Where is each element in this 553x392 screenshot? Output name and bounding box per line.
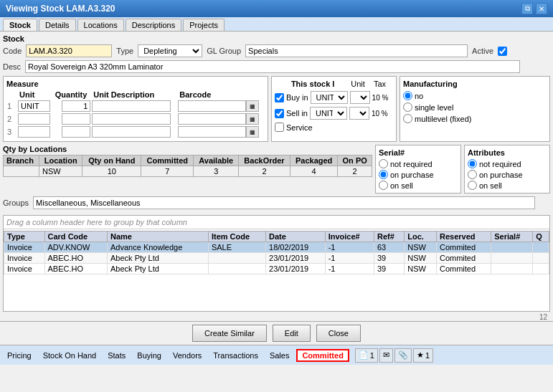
branch-col: Branch — [4, 156, 39, 166]
type-select[interactable]: Depleting — [138, 44, 202, 57]
tab-stock[interactable]: Stock — [3, 19, 37, 31]
barcode-input-2[interactable] — [178, 113, 246, 125]
edit-button[interactable]: Edit — [273, 325, 311, 342]
groups-label: Groups — [3, 199, 29, 207]
close-button-main[interactable]: Close — [316, 325, 361, 342]
tab-details[interactable]: Details — [39, 19, 76, 31]
create-similar-button[interactable]: Create Similar — [192, 325, 267, 342]
backorder-col: BackOrder — [239, 156, 290, 166]
desc-label: Desc — [3, 62, 21, 71]
committed-col: Committed — [141, 156, 194, 166]
unit-desc-input-2[interactable] — [92, 113, 171, 125]
stock-code-input[interactable] — [26, 44, 112, 57]
close-button[interactable]: ✕ — [536, 3, 547, 14]
trans-loc-3: NSW — [405, 264, 437, 274]
unit-desc-input-3[interactable] — [92, 126, 171, 138]
trans-date-2: 23/01/2019 — [266, 253, 326, 264]
serial-panel: Serial# not required on purchase on sell — [375, 145, 461, 193]
restore-button[interactable]: ⧉ — [521, 3, 533, 14]
desc-input[interactable] — [25, 60, 520, 73]
active-checkbox[interactable] — [498, 47, 507, 56]
tab-transactions[interactable]: Transactions — [209, 350, 263, 360]
service-checkbox[interactable] — [275, 123, 284, 132]
mfg-single-radio[interactable] — [403, 102, 412, 112]
serial-on-sell-label: on sell — [390, 181, 413, 190]
trans-type-1: Invoice — [4, 242, 45, 253]
barcode-input-1[interactable] — [178, 100, 246, 112]
attr-not-required-radio[interactable] — [468, 159, 477, 168]
bottom-tabs: Pricing Stock On Hand Stats Buying Vendo… — [0, 345, 553, 365]
packaged-col: Packaged — [290, 156, 337, 166]
serial-not-required-label: not required — [390, 160, 433, 168]
serial-col-header: Serial# — [491, 231, 533, 242]
on-po-col: On PO — [338, 156, 372, 166]
item-code-col-header: Item Code — [208, 231, 265, 242]
serial-on-sell-radio[interactable] — [379, 181, 388, 190]
page-icon-btn[interactable]: 📄 1 — [355, 348, 378, 363]
tab-locations[interactable]: Locations — [77, 19, 124, 31]
mfg-no-radio[interactable] — [403, 91, 412, 100]
trans-card-3: ABEC.HO — [44, 264, 108, 274]
trans-card-2: ABEC.HO — [44, 253, 108, 264]
sell-in-tax-select[interactable]: G — [349, 107, 369, 120]
unit-input-3[interactable] — [18, 126, 50, 138]
bottom-icons: 📄 1 ✉ 📎 ★ 1 — [355, 348, 433, 363]
mail-icon-btn[interactable]: ✉ — [379, 348, 393, 363]
trans-reserved-2: Commited — [436, 253, 491, 264]
tab-pricing[interactable]: Pricing — [3, 350, 36, 360]
trans-ref-2: 39 — [374, 253, 404, 264]
buy-in-tax-select[interactable]: G — [350, 91, 370, 104]
trans-row-3[interactable]: Invoice ABEC.HO Abeck Pty Ltd 23/01/2019… — [4, 264, 549, 274]
trans-date-3: 23/01/2019 — [266, 264, 326, 274]
tab-vendors[interactable]: Vendors — [169, 350, 206, 360]
tab-stock-on-hand[interactable]: Stock On Hand — [39, 350, 101, 360]
serial-on-sell-row: on sell — [379, 181, 458, 190]
unit-input-1[interactable] — [18, 100, 50, 112]
gl-group-label: GL Group — [207, 47, 241, 55]
qty-input-3[interactable] — [62, 126, 90, 138]
serial-not-required-radio[interactable] — [379, 159, 388, 168]
groups-input[interactable] — [33, 196, 535, 209]
tab-stats[interactable]: Stats — [103, 350, 130, 360]
sell-in-label: Sell in — [286, 109, 308, 118]
barcode-btn-3[interactable]: ▦ — [246, 126, 259, 138]
qty-input-2[interactable] — [62, 113, 90, 125]
page-count: 12 — [0, 313, 553, 321]
trans-ref-3: 39 — [374, 264, 404, 274]
barcode-input-3[interactable] — [178, 126, 246, 138]
tab-descriptions[interactable]: Descriptions — [126, 19, 182, 31]
serial-on-purchase-radio[interactable] — [379, 170, 388, 179]
unit-input-2[interactable] — [18, 113, 50, 125]
unit-desc-input-1[interactable] — [92, 100, 171, 112]
tab-sales[interactable]: Sales — [265, 350, 294, 360]
attr-on-sell-radio[interactable] — [468, 181, 477, 190]
serial-on-purchase-row: on purchase — [379, 170, 458, 179]
card-code-col-header: Card Code — [44, 231, 108, 242]
attr-on-sell-label: on sell — [479, 181, 502, 190]
gl-group-input[interactable] — [245, 44, 468, 57]
attachment-icon-btn[interactable]: 📎 — [394, 348, 412, 363]
mfg-multilevel-radio[interactable] — [403, 114, 412, 123]
attr-on-purchase-radio[interactable] — [468, 170, 477, 179]
branch-cell-1 — [4, 166, 39, 177]
barcode-btn-2[interactable]: ▦ — [246, 113, 259, 125]
qty-on-hand-col: Qty on Hand — [82, 156, 141, 166]
sell-in-checkbox[interactable] — [275, 109, 284, 118]
star-icon-btn[interactable]: ★ 1 — [413, 348, 433, 363]
qty-input-1[interactable] — [62, 100, 90, 112]
sell-in-unit-select[interactable]: UNIT — [310, 107, 347, 120]
title-bar: Viewing Stock LAM.A3.320 ⧉ ✕ — [0, 0, 553, 17]
trans-row-2[interactable]: Invoice ABEC.HO Abeck Pty Ltd 23/01/2019… — [4, 253, 549, 264]
tab-projects[interactable]: Projects — [183, 19, 224, 31]
location-col: Location — [39, 156, 82, 166]
buy-in-checkbox[interactable] — [275, 93, 284, 102]
barcode-btn-1[interactable]: ▦ — [246, 100, 259, 112]
tab-committed[interactable]: Committed — [296, 349, 349, 362]
top-tabs: Stock Details Locations Descriptions Pro… — [0, 17, 553, 32]
available-col: Available — [194, 156, 239, 166]
trans-row-1[interactable]: Invoice ADV.KNOW Advance Knowledge SALE … — [4, 242, 549, 253]
star-icon: ★ — [417, 350, 424, 360]
tab-buying[interactable]: Buying — [133, 350, 166, 360]
buy-in-unit-select[interactable]: UNIT — [311, 91, 348, 104]
measure-row-1: 1 ▦ — [6, 100, 265, 113]
